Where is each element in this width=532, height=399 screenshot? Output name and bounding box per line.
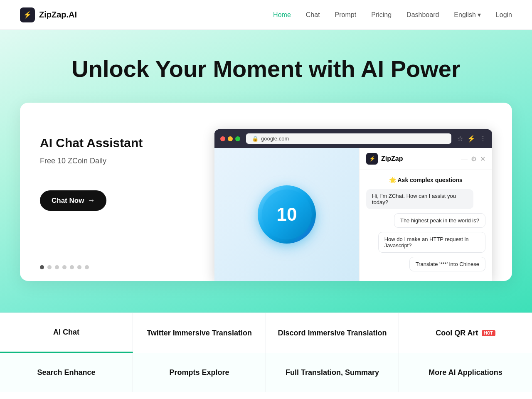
panel-logo-name: ZipZap (381, 155, 403, 163)
dot-4[interactable] (62, 265, 66, 269)
dot-2[interactable] (47, 265, 52, 269)
hot-badge: HOT (482, 330, 495, 336)
browser-traffic-lights (220, 136, 240, 141)
nav-dashboard[interactable]: Dashboard (406, 11, 439, 19)
minimize-dot (228, 136, 233, 141)
star-icon[interactable]: ☆ (457, 135, 463, 143)
nav-prompt[interactable]: Prompt (335, 11, 357, 19)
chat-now-button[interactable]: Chat Now → (40, 190, 106, 211)
hero-title: Unlock Your Moment with AI Power (20, 55, 512, 83)
logo-text: ZipZap.AI (39, 10, 77, 20)
feature-grid-row1: AI Chat Twitter Immersive Translation Di… (0, 313, 532, 353)
google-area: 10 (214, 148, 359, 281)
chat-message-2: The highest peak in the world is? (394, 213, 485, 228)
grid-cell-full-translation[interactable]: Full Translation, Summary (266, 353, 399, 392)
navbar: ⚡ ZipZap.AI Home Chat Prompt Pricing Das… (0, 0, 532, 30)
zipzap-panel: ⚡ ZipZap — ⚙ ✕ 🌟 Ask complex questions (359, 148, 492, 281)
grid-cell-ai-chat[interactable]: AI Chat (0, 313, 133, 353)
grid-cell-more-ai[interactable]: More AI Applications (399, 353, 532, 392)
chat-message-3: How do I make an HTTP request in Javascr… (378, 232, 485, 253)
nav-chat[interactable]: Chat (306, 11, 320, 19)
nav-links: Home Chat Prompt Pricing Dashboard Engli… (273, 11, 512, 19)
chat-messages: Hi, I'm ZChat. How can I assist you toda… (366, 189, 485, 271)
arrow-icon: → (87, 196, 95, 205)
panel-header-actions: — ⚙ ✕ (461, 155, 485, 163)
zcoin-number: 10 (262, 190, 312, 239)
menu-icon[interactable]: ⋮ (480, 135, 486, 143)
panel-settings-icon[interactable]: ⚙ (471, 155, 477, 163)
language-selector[interactable]: English ▾ (454, 11, 480, 19)
url-text: google.com (261, 135, 289, 142)
panel-body: 🌟 Ask complex questions Hi, I'm ZChat. H… (360, 170, 492, 278)
chat-message-1: Hi, I'm ZChat. How can I assist you toda… (366, 189, 473, 209)
dot-6[interactable] (77, 265, 81, 269)
browser-mockup: 🔒 google.com ☆ ⚡ ⋮ 10 (214, 123, 492, 281)
carousel-dots (40, 265, 89, 269)
lock-icon: 🔒 (252, 135, 259, 142)
hero-section: Unlock Your Moment with AI Power AI Chat… (0, 30, 532, 313)
hero-card: AI Chat Assistant Free 10 ZCoin Daily Ch… (20, 103, 512, 281)
nav-pricing[interactable]: Pricing (371, 11, 392, 19)
dot-3[interactable] (55, 265, 59, 269)
close-dot (220, 136, 225, 141)
grid-cell-search-enhance[interactable]: Search Enhance (0, 353, 133, 392)
grid-cell-prompts-explore[interactable]: Prompts Explore (133, 353, 266, 392)
panel-header: ⚡ ZipZap — ⚙ ✕ (360, 148, 492, 170)
browser-actions: ☆ ⚡ ⋮ (457, 135, 486, 143)
nav-home[interactable]: Home (273, 11, 291, 19)
panel-section-title: 🌟 Ask complex questions (366, 177, 485, 183)
browser-window: 🔒 google.com ☆ ⚡ ⋮ 10 (214, 129, 492, 281)
dot-7[interactable] (85, 265, 89, 269)
hero-card-left: AI Chat Assistant Free 10 ZCoin Daily Ch… (40, 123, 198, 244)
panel-logo-row: ⚡ ZipZap (366, 153, 403, 165)
language-label: English (454, 11, 475, 19)
maximize-dot (235, 136, 240, 141)
panel-minimize-icon[interactable]: — (461, 155, 468, 163)
logo-icon: ⚡ (20, 7, 35, 22)
extension-icon[interactable]: ⚡ (467, 135, 475, 143)
grid-cell-qr-art[interactable]: Cool QR Art HOT (399, 313, 532, 353)
login-button[interactable]: Login (496, 11, 512, 19)
card-subtitle: Free 10 ZCoin Daily (40, 157, 198, 165)
browser-topbar: 🔒 google.com ☆ ⚡ ⋮ (214, 129, 492, 148)
panel-close-icon[interactable]: ✕ (480, 155, 485, 163)
panel-logo-icon: ⚡ (366, 153, 378, 165)
chat-message-4: Translate '***' into Chinese (409, 257, 485, 271)
card-title: AI Chat Assistant (40, 136, 198, 150)
grid-cell-twitter[interactable]: Twitter Immersive Translation (133, 313, 266, 353)
address-bar[interactable]: 🔒 google.com (246, 133, 451, 144)
chevron-down-icon: ▾ (478, 11, 481, 19)
browser-content: 10 ⚡ ZipZap — ⚙ (214, 148, 492, 281)
zcoin-badge: 10 (258, 185, 316, 244)
dot-5[interactable] (70, 265, 74, 269)
chat-now-label: Chat Now (52, 197, 84, 205)
dot-1[interactable] (40, 265, 44, 269)
logo[interactable]: ⚡ ZipZap.AI (20, 7, 77, 22)
grid-cell-discord[interactable]: Discord Immersive Translation (266, 313, 399, 353)
feature-grid-row2: Search Enhance Prompts Explore Full Tran… (0, 353, 532, 392)
